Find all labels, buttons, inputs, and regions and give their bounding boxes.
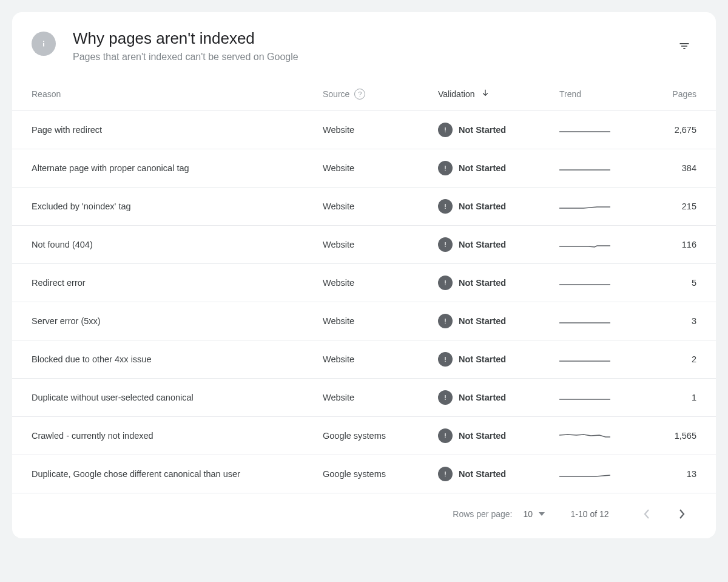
pagination-nav (635, 502, 694, 526)
cell-source: Website (323, 163, 438, 173)
exclamation-icon (438, 390, 453, 405)
cell-validation: Not Started (438, 237, 559, 252)
help-icon[interactable]: ? (354, 89, 365, 100)
page-range: 1-10 of 12 (565, 509, 614, 519)
cell-source: Website (323, 240, 438, 249)
cell-pages: 116 (638, 240, 696, 249)
sparkline (559, 470, 610, 478)
exclamation-icon (438, 123, 453, 137)
exclamation-icon (438, 314, 453, 328)
sparkline (559, 431, 610, 440)
next-page-button[interactable] (670, 502, 694, 526)
cell-pages: 384 (638, 163, 696, 173)
cell-validation: Not Started (438, 428, 559, 443)
cell-validation: Not Started (438, 314, 559, 328)
prev-page-button[interactable] (635, 502, 659, 526)
table-header-row: Reason Source ? Validation Trend Pages (12, 77, 716, 111)
table-row[interactable]: Duplicate without user-selected canonica… (12, 379, 716, 417)
sparkline (559, 202, 610, 211)
cell-source: Google systems (323, 431, 438, 441)
cell-reason: Alternate page with proper canonical tag (32, 163, 323, 173)
exclamation-icon (438, 467, 453, 481)
cell-trend (559, 393, 638, 402)
col-header-reason[interactable]: Reason (32, 89, 323, 99)
cell-trend (559, 317, 638, 325)
exclamation-icon (438, 276, 453, 290)
caret-down-icon (539, 512, 545, 516)
exclamation-icon (438, 237, 453, 252)
table-row[interactable]: Alternate page with proper canonical tag… (12, 149, 716, 188)
validation-status: Not Started (459, 125, 506, 135)
cell-trend (559, 126, 638, 134)
cell-validation: Not Started (438, 467, 559, 481)
exclamation-icon (438, 428, 453, 443)
cell-pages: 2,675 (638, 125, 696, 135)
filter-list-icon (678, 40, 690, 52)
cell-trend (559, 470, 638, 478)
exclamation-icon (438, 161, 453, 175)
validation-status: Not Started (459, 469, 506, 479)
cell-source: Website (323, 393, 438, 402)
cell-trend (559, 279, 638, 287)
arrow-down-icon (480, 88, 490, 100)
page-title: Why pages aren't indexed (73, 29, 655, 48)
cell-trend (559, 240, 638, 249)
col-header-pages[interactable]: Pages (638, 89, 696, 99)
cell-reason: Excluded by 'noindex' tag (32, 201, 323, 211)
cell-validation: Not Started (438, 276, 559, 290)
chevron-right-icon (679, 509, 685, 519)
sparkline (559, 393, 610, 402)
filter-button[interactable] (672, 34, 696, 58)
exclamation-icon (438, 199, 453, 214)
cell-source: Google systems (323, 469, 438, 479)
cell-reason: Duplicate without user-selected canonica… (32, 393, 323, 402)
cell-trend (559, 355, 638, 364)
cell-validation: Not Started (438, 123, 559, 137)
cell-pages: 3 (638, 316, 696, 326)
cell-pages: 2 (638, 354, 696, 364)
cell-source: Website (323, 354, 438, 364)
cell-pages: 5 (638, 278, 696, 288)
table-row[interactable]: Duplicate, Google chose different canoni… (12, 455, 716, 493)
cell-reason: Duplicate, Google chose different canoni… (32, 469, 323, 479)
cell-pages: 1 (638, 393, 696, 402)
rows-per-page-select[interactable]: 10 (523, 509, 545, 519)
cell-reason: Redirect error (32, 278, 323, 288)
col-header-validation[interactable]: Validation (438, 88, 559, 100)
table-row[interactable]: Redirect errorWebsiteNot Started5 (12, 264, 716, 302)
table-row[interactable]: Blocked due to other 4xx issueWebsiteNot… (12, 340, 716, 379)
cell-reason: Server error (5xx) (32, 316, 323, 326)
col-header-trend[interactable]: Trend (559, 89, 638, 99)
cell-source: Website (323, 278, 438, 288)
cell-reason: Crawled - currently not indexed (32, 431, 323, 441)
cell-reason: Blocked due to other 4xx issue (32, 354, 323, 364)
rows-per-page: Rows per page: 10 (453, 509, 545, 519)
cell-source: Website (323, 201, 438, 211)
cell-pages: 215 (638, 201, 696, 211)
col-header-source[interactable]: Source ? (323, 89, 438, 100)
table-row[interactable]: Excluded by 'noindex' tagWebsiteNot Star… (12, 188, 716, 226)
validation-status: Not Started (459, 393, 506, 402)
validation-status: Not Started (459, 354, 506, 364)
exclamation-icon (438, 352, 453, 367)
table-row[interactable]: Not found (404)WebsiteNot Started116 (12, 226, 716, 264)
validation-status: Not Started (459, 240, 506, 249)
sparkline (559, 240, 610, 249)
cell-validation: Not Started (438, 390, 559, 405)
validation-status: Not Started (459, 201, 506, 211)
cell-reason: Not found (404) (32, 240, 323, 249)
cell-trend (559, 202, 638, 211)
rows-per-page-label: Rows per page: (453, 509, 512, 519)
cell-reason: Page with redirect (32, 125, 323, 135)
table-row[interactable]: Server error (5xx)WebsiteNot Started3 (12, 302, 716, 340)
page-subtitle: Pages that aren't indexed can't be serve… (73, 52, 655, 63)
table-row[interactable]: Page with redirectWebsiteNot Started2,67… (12, 111, 716, 149)
cell-pages: 13 (638, 469, 696, 479)
cell-source: Website (323, 125, 438, 135)
info-icon (32, 32, 56, 56)
rows-per-page-value: 10 (523, 509, 533, 519)
sparkline (559, 355, 610, 364)
cell-validation: Not Started (438, 352, 559, 367)
sparkline (559, 279, 610, 287)
table-row[interactable]: Crawled - currently not indexedGoogle sy… (12, 417, 716, 455)
